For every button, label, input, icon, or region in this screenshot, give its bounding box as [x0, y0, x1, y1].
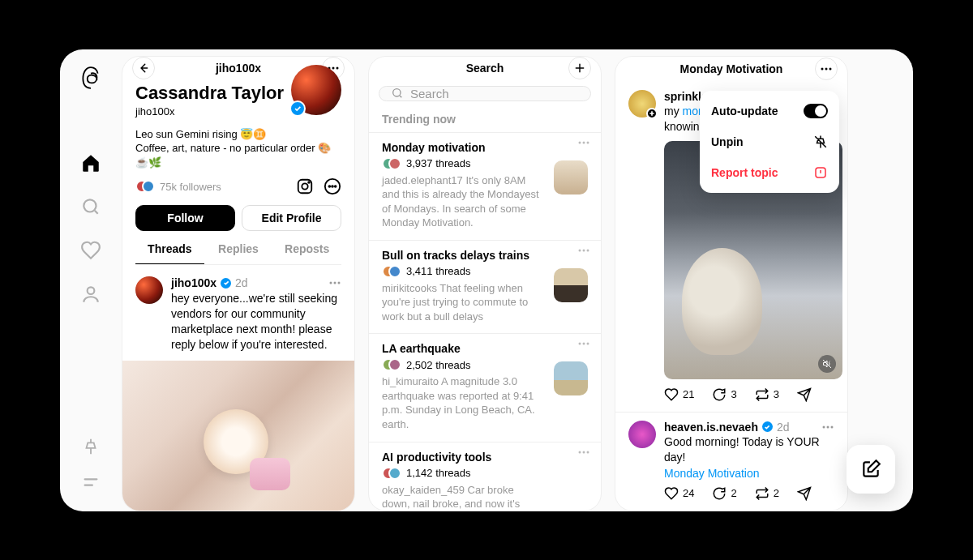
- profile-header-title: jiho100x: [216, 62, 261, 75]
- trend-item[interactable]: AI productivity tools 1,142 threads okay…: [369, 442, 601, 511]
- nav-search-icon[interactable]: [71, 187, 110, 226]
- svg-point-26: [583, 451, 585, 453]
- profile-avatar[interactable]: [291, 65, 341, 115]
- followers-link[interactable]: 75k followers: [135, 180, 221, 193]
- topic-header-title: Monday Motivation: [680, 62, 783, 75]
- verified-badge-icon: [762, 421, 773, 432]
- unpin-icon: [813, 135, 828, 149]
- trend-sample: okay_kaiden_459 Car broke down, nail bro…: [382, 483, 588, 511]
- share-button[interactable]: [797, 486, 812, 501]
- svg-point-32: [827, 425, 829, 428]
- svg-point-7: [308, 182, 310, 183]
- svg-point-22: [579, 343, 581, 345]
- trend-item[interactable]: Bull on tracks delays trains 3,411 threa…: [369, 240, 601, 334]
- post-user[interactable]: heaven.is.nevaeh: [664, 421, 758, 434]
- toggle-switch[interactable]: [804, 104, 828, 118]
- nav-pin-icon[interactable]: [71, 432, 110, 461]
- svg-point-12: [330, 282, 332, 284]
- more-options-icon[interactable]: [324, 177, 341, 195]
- mute-icon[interactable]: [818, 355, 836, 373]
- trend-more-button[interactable]: [578, 249, 589, 252]
- post-time: 2d: [777, 421, 790, 434]
- repost-button[interactable]: 3: [755, 387, 779, 402]
- report-icon: [813, 165, 828, 180]
- svg-point-19: [579, 249, 581, 251]
- trend-more-button[interactable]: [578, 141, 589, 144]
- post-avatar[interactable]: [628, 90, 656, 118]
- like-button[interactable]: 24: [664, 486, 694, 501]
- share-button[interactable]: [797, 387, 812, 402]
- trend-title: AI productivity tools: [382, 451, 588, 464]
- svg-point-21: [587, 249, 589, 251]
- reply-button[interactable]: 3: [712, 387, 736, 402]
- svg-point-27: [587, 451, 589, 453]
- post-image[interactable]: [122, 361, 354, 511]
- compose-button[interactable]: [847, 445, 895, 494]
- trend-thumbnail: [554, 361, 588, 395]
- svg-point-15: [393, 89, 401, 96]
- post-time: 2d: [235, 276, 248, 289]
- edit-profile-button[interactable]: Edit Profile: [242, 205, 341, 231]
- svg-point-17: [583, 141, 585, 143]
- trend-count: 2,502 threads: [406, 359, 471, 371]
- trend-count: 1,142 threads: [406, 467, 471, 479]
- svg-point-31: [823, 425, 825, 428]
- back-button[interactable]: [132, 57, 155, 79]
- add-column-button[interactable]: [568, 57, 591, 79]
- svg-point-18: [587, 141, 589, 143]
- report-topic-button[interactable]: Report topic: [700, 157, 839, 188]
- trend-thumbnail: [554, 160, 588, 195]
- trend-item[interactable]: LA earthquake 2,502 threads hi_kimuraito…: [369, 333, 601, 441]
- post-more-button[interactable]: [328, 281, 341, 284]
- engagement-bar: 24 2 2: [664, 486, 834, 501]
- nav-activity-icon[interactable]: [71, 231, 110, 270]
- follow-button[interactable]: Follow: [135, 205, 235, 231]
- instagram-icon[interactable]: [296, 177, 314, 195]
- post-user[interactable]: jiho100x: [171, 276, 216, 289]
- svg-point-11: [335, 186, 336, 187]
- post-text: Good morning! Today is YOUR day!: [664, 434, 834, 465]
- svg-point-6: [302, 183, 307, 189]
- post-avatar[interactable]: [135, 276, 163, 304]
- post-more-button[interactable]: [821, 425, 834, 429]
- topic-tag-link[interactable]: Monday Motivation: [664, 466, 834, 481]
- threads-logo[interactable]: [80, 66, 101, 90]
- svg-point-30: [829, 68, 832, 71]
- search-header-title: Search: [466, 62, 504, 75]
- trending-label: Trending now: [369, 113, 601, 132]
- nav-profile-icon[interactable]: [71, 275, 110, 314]
- tab-reposts[interactable]: Reposts: [272, 242, 341, 264]
- svg-point-0: [84, 199, 96, 212]
- nav-rail: [60, 49, 122, 511]
- trend-more-button[interactable]: [578, 342, 589, 345]
- search-input[interactable]: [410, 87, 579, 100]
- trend-thumbnail: [554, 268, 588, 302]
- profile-column: jiho100x Cassandra Taylor jiho100x Leo s…: [122, 56, 355, 511]
- auto-update-toggle[interactable]: Auto-update: [700, 96, 839, 126]
- column-options-popover: Auto-update Unpin Report topic: [700, 91, 839, 193]
- svg-point-20: [583, 249, 585, 251]
- trend-item[interactable]: Monday motivation 3,937 threads jaded.el…: [369, 132, 601, 240]
- reply-button[interactable]: 2: [712, 486, 736, 501]
- svg-point-10: [332, 186, 333, 187]
- followers-count: 75k followers: [160, 181, 221, 193]
- tab-threads[interactable]: Threads: [135, 242, 204, 264]
- trend-more-button[interactable]: [578, 451, 589, 454]
- verified-badge-icon: [289, 100, 306, 117]
- follow-badge-icon[interactable]: [646, 108, 658, 119]
- repost-button[interactable]: 2: [755, 486, 779, 501]
- search-box[interactable]: [379, 86, 591, 101]
- engagement-bar: 21 3 3: [664, 387, 834, 402]
- svg-point-1: [88, 287, 95, 294]
- topic-header-more-button[interactable]: [815, 58, 838, 80]
- svg-point-25: [579, 451, 581, 453]
- post-avatar[interactable]: [628, 421, 656, 448]
- svg-point-23: [583, 343, 585, 345]
- tab-replies[interactable]: Replies: [204, 242, 273, 264]
- nav-home-icon[interactable]: [71, 143, 110, 182]
- nav-menu-icon[interactable]: [71, 468, 110, 497]
- svg-point-16: [579, 141, 581, 143]
- like-button[interactable]: 21: [664, 387, 694, 402]
- svg-point-9: [328, 186, 330, 187]
- unpin-button[interactable]: Unpin: [700, 126, 839, 157]
